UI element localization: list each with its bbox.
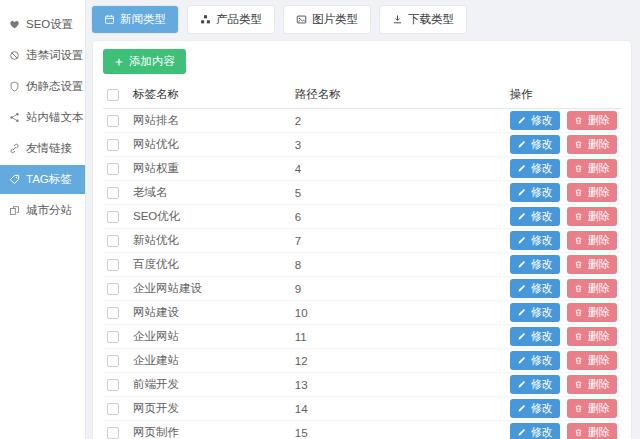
tab[interactable]: 下载类型 [380,6,466,33]
sidebar-item[interactable]: 友情链接 [0,134,85,163]
trash-icon [574,308,583,317]
path-name-cell: 5 [291,181,506,205]
row-checkbox[interactable] [107,379,119,391]
row-checkbox[interactable] [107,163,119,175]
tab[interactable]: 图片类型 [284,6,370,33]
table-row: 新站优化 7 修改 删除 [103,229,621,253]
row-checkbox[interactable] [107,259,119,271]
sidebar-item-label: 友情链接 [26,141,72,156]
table-row: 网站排名 2 修改 删除 [103,109,621,133]
edit-button[interactable]: 修改 [510,279,560,298]
sidebar-item-label: TAG标签 [26,172,72,187]
delete-button[interactable]: 删除 [567,111,617,130]
edit-button[interactable]: 修改 [510,231,560,250]
select-all-checkbox[interactable] [107,89,119,101]
edit-button[interactable]: 修改 [510,327,560,346]
path-name-cell: 3 [291,133,506,157]
table-row: 老域名 5 修改 删除 [103,181,621,205]
edit-button[interactable]: 修改 [510,375,560,394]
table-row: 企业网站建设 9 修改 删除 [103,277,621,301]
edit-button[interactable]: 修改 [510,111,560,130]
pencil-icon [517,188,526,197]
table-row: 网站优化 3 修改 删除 [103,133,621,157]
sidebar-item[interactable]: TAG标签 [0,165,85,194]
edit-button[interactable]: 修改 [510,351,560,370]
pencil-icon [517,236,526,245]
sidebar-item[interactable]: 违禁词设置 [0,41,85,70]
row-checkbox[interactable] [107,235,119,247]
row-checkbox[interactable] [107,355,119,367]
trash-icon [574,380,583,389]
row-checkbox[interactable] [107,403,119,415]
edit-button[interactable]: 修改 [510,303,560,322]
table-row: SEO优化 6 修改 删除 [103,205,621,229]
row-checkbox[interactable] [107,307,119,319]
path-name-cell: 12 [291,349,506,373]
sidebar-item[interactable]: 站内锚文本 [0,103,85,132]
pencil-icon [517,428,526,437]
path-name-cell: 7 [291,229,506,253]
row-checkbox[interactable] [107,331,119,343]
pencil-icon [517,308,526,317]
pencil-icon [517,380,526,389]
sidebar-item[interactable]: 伪静态设置 [0,72,85,101]
delete-button[interactable]: 删除 [567,351,617,370]
row-checkbox[interactable] [107,283,119,295]
tag-name-cell: 企业网站 [129,325,291,349]
row-checkbox[interactable] [107,187,119,199]
edit-button[interactable]: 修改 [510,399,560,418]
pencil-icon [517,332,526,341]
trash-icon [574,140,583,149]
edit-button[interactable]: 修改 [510,159,560,178]
table-row: 企业建站 12 修改 删除 [103,349,621,373]
tag-name-cell: 老域名 [129,181,291,205]
image-icon [296,14,307,25]
edit-button[interactable]: 修改 [510,135,560,154]
edit-button[interactable]: 修改 [510,255,560,274]
delete-button[interactable]: 删除 [567,207,617,226]
delete-button[interactable]: 删除 [567,231,617,250]
sidebar-item[interactable]: SEO设置 [0,10,85,39]
sidebar-item[interactable]: 城市分站 [0,196,85,225]
edit-button[interactable]: 修改 [510,423,560,439]
trash-icon [574,284,583,293]
table-row: 网页开发 14 修改 删除 [103,397,621,421]
edit-button[interactable]: 修改 [510,183,560,202]
table-body: 网站排名 2 修改 删除 网站优化 3 修改 删除 [103,109,621,439]
delete-button[interactable]: 删除 [567,303,617,322]
delete-button[interactable]: 删除 [567,279,617,298]
delete-button[interactable]: 删除 [567,375,617,394]
trash-icon [574,260,583,269]
edit-button[interactable]: 修改 [510,207,560,226]
path-name-cell: 9 [291,277,506,301]
tab[interactable]: 产品类型 [188,6,274,33]
delete-button[interactable]: 删除 [567,183,617,202]
delete-button[interactable]: 删除 [567,399,617,418]
plus-icon [114,57,124,67]
row-checkbox[interactable] [107,139,119,151]
delete-button[interactable]: 删除 [567,327,617,346]
delete-button[interactable]: 删除 [567,255,617,274]
column-header-path-name: 路径名称 [291,81,506,109]
add-content-button[interactable]: 添加内容 [103,49,186,74]
table-row: 网页制作 15 修改 删除 [103,421,621,439]
path-name-cell: 6 [291,205,506,229]
city-icon [9,205,20,216]
path-name-cell: 14 [291,397,506,421]
pencil-icon [517,140,526,149]
delete-button[interactable]: 删除 [567,423,617,439]
column-header-tag-name: 标签名称 [129,81,291,109]
tab-label: 图片类型 [312,12,358,27]
tag-name-cell: 网站优化 [129,133,291,157]
row-checkbox[interactable] [107,211,119,223]
delete-button[interactable]: 删除 [567,159,617,178]
row-checkbox[interactable] [107,115,119,127]
row-checkbox[interactable] [107,427,119,439]
tag-name-cell: 网站排名 [129,109,291,133]
trash-icon [574,236,583,245]
sidebar-item-label: SEO设置 [26,17,73,32]
tab[interactable]: 新闻类型 [92,6,178,33]
page: SEO设置 违禁词设置 伪静态设置 站内锚文本 友情链接 TAG标签 城市分站 … [0,0,640,439]
tag-name-cell: 网站权重 [129,157,291,181]
delete-button[interactable]: 删除 [567,135,617,154]
